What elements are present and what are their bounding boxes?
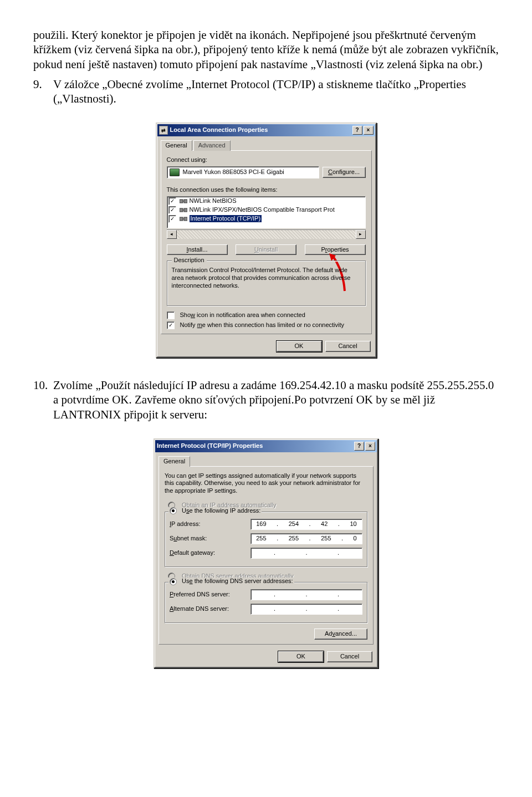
step-10-text: Zvolíme „Použít následující IP adresu a … [53, 378, 499, 422]
scroll-left-icon[interactable]: ◂ [167, 230, 177, 239]
description-label: Description [172, 257, 207, 264]
list-item[interactable]: ✓ NWLink NetBIOS [167, 197, 365, 206]
ip-address-label: IP address: [170, 520, 247, 528]
components-listbox[interactable]: ✓ NWLink NetBIOS ✓ NWLink IPX/SPX/NetBIO… [167, 196, 366, 228]
notify-label: Notify me when this connection has limit… [180, 321, 345, 329]
list-item[interactable]: ✓ NWLink IPX/SPX/NetBIOS Compatible Tran… [167, 206, 365, 214]
protocol-icon [180, 216, 187, 222]
description-text: Transmission Control Protocol/Internet P… [172, 267, 361, 289]
list-item-label: NWLink IPX/SPX/NetBIOS Compatible Transp… [190, 206, 335, 214]
step-9-number: 9. [33, 77, 53, 106]
tab-general[interactable]: General [158, 456, 190, 467]
titlebar[interactable]: ⇄ Local Area Connection Properties ? × [157, 124, 375, 136]
horizontal-scrollbar[interactable]: ◂ ▸ [167, 229, 366, 239]
svg-rect-6 [180, 217, 183, 221]
protocol-icon [180, 198, 187, 205]
nic-icon [170, 168, 180, 176]
ok-button[interactable]: OK [278, 651, 324, 662]
default-gateway-input[interactable]: ... [250, 548, 362, 559]
use-dns-label: Use the following DNS server addresses: [182, 578, 293, 584]
svg-rect-0 [180, 200, 183, 203]
dns-group: Use the following DNS server addresses: … [165, 582, 367, 623]
tab-advanced[interactable]: Advanced [193, 140, 231, 151]
advanced-button[interactable]: Advanced... [314, 629, 367, 640]
checkbox-icon[interactable] [167, 311, 175, 319]
alternate-dns-input[interactable]: ... [250, 604, 362, 615]
checkbox-icon[interactable]: ✓ [168, 215, 176, 223]
protocol-icon [180, 207, 187, 213]
use-ip-label: Use the following IP address: [182, 507, 260, 514]
paragraph-intro: použili. Který konektor je připojen je v… [33, 28, 499, 71]
configure-button[interactable]: Configure... [323, 167, 366, 178]
dialog-tcpip-properties: Internet Protocol (TCP/IP) Properties ? … [154, 438, 378, 668]
window-title: Internet Protocol (TCP/IP) Properties [157, 442, 263, 450]
list-item-selected[interactable]: ✓ Internet Protocol (TCP/IP) [167, 214, 365, 223]
close-button[interactable]: × [364, 126, 374, 135]
uses-items-label: This connection uses the following items… [167, 186, 366, 194]
install-button[interactable]: Install... [167, 244, 228, 256]
help-button[interactable]: ? [352, 126, 362, 135]
preferred-dns-label: Preferred DNS server: [170, 591, 247, 599]
preferred-dns-input[interactable]: ... [250, 589, 362, 600]
nic-name: Marvell Yukon 88E8053 PCI-E Gigabi [183, 168, 284, 176]
svg-rect-1 [184, 200, 187, 203]
ip-group: Use the following IP address: IP address… [165, 512, 367, 567]
svg-rect-7 [184, 217, 187, 221]
checkbox-icon[interactable]: ✓ [167, 321, 175, 329]
checkbox-icon[interactable]: ✓ [168, 197, 176, 205]
default-gateway-label: Default gateway: [170, 549, 247, 557]
list-item-label: NWLink NetBIOS [190, 197, 237, 205]
tab-general[interactable]: General [161, 140, 192, 151]
ip-address-input[interactable]: 169. 254. 42. 10 [250, 519, 362, 530]
subnet-mask-label: Subnet mask: [170, 535, 247, 543]
uninstall-button: Uninstall [236, 244, 296, 256]
scroll-right-icon[interactable]: ▸ [356, 230, 366, 239]
properties-button[interactable]: Properties [305, 244, 366, 256]
subnet-mask-input[interactable]: 255. 255. 255. 0 [250, 533, 362, 544]
close-button[interactable]: × [365, 442, 375, 451]
checkbox-icon[interactable]: ✓ [168, 206, 176, 214]
svg-rect-3 [180, 208, 183, 212]
svg-rect-4 [184, 208, 187, 212]
radio-icon[interactable] [170, 507, 177, 514]
show-icon-label: Show icon in notification area when conn… [180, 311, 305, 319]
intro-text: You can get IP settings assigned automat… [165, 472, 367, 495]
dialog-lan-properties: ⇄ Local Area Connection Properties ? × G… [156, 122, 377, 358]
window-icon: ⇄ [159, 126, 168, 135]
ok-button[interactable]: OK [277, 341, 322, 352]
connect-using-label: Connect using: [167, 156, 366, 164]
cancel-button[interactable]: Cancel [325, 341, 371, 352]
radio-icon[interactable] [170, 578, 177, 585]
cancel-button[interactable]: Cancel [327, 651, 372, 662]
list-item-label: Internet Protocol (TCP/IP) [190, 215, 262, 223]
step-10-number: 10. [33, 378, 53, 422]
alternate-dns-label: Alternate DNS server: [170, 605, 247, 613]
window-title: Local Area Connection Properties [170, 126, 268, 134]
titlebar[interactable]: Internet Protocol (TCP/IP) Properties ? … [155, 440, 377, 452]
description-group: Description Transmission Control Protoco… [167, 260, 366, 306]
step-9-text: V záložce „Obecné zvolíme „Internet Prot… [53, 77, 499, 106]
help-button[interactable]: ? [354, 442, 364, 451]
